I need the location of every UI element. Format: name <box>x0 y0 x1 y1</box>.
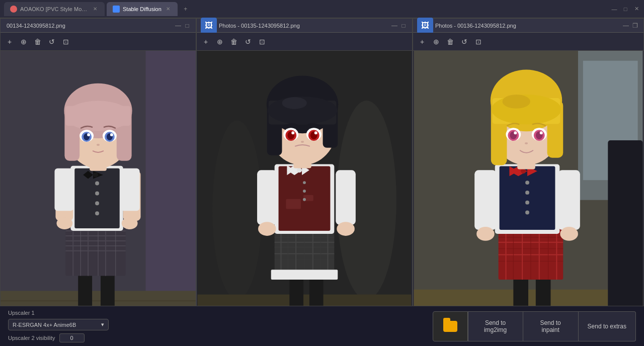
browser-minimize-button[interactable]: — <box>611 6 618 13</box>
send-inpaint-label: Send toinpaint <box>540 319 560 333</box>
svg-point-138 <box>476 227 495 241</box>
send-inpaint-button[interactable]: Send toinpaint <box>523 311 579 341</box>
new-tab-button[interactable]: + <box>180 3 192 15</box>
svg-point-104 <box>301 141 304 143</box>
svg-point-95 <box>282 97 306 109</box>
tab-stable-diffusion[interactable]: Stable Diffusion ✕ <box>107 2 178 16</box>
browser-maximize-button[interactable]: □ <box>622 6 629 13</box>
upscaler1-select[interactable]: R-ESRGAN 4x+ Anime6B ▾ <box>8 319 109 330</box>
svg-point-25 <box>95 211 99 215</box>
svg-point-128 <box>525 181 529 185</box>
svg-point-29 <box>93 172 98 178</box>
panel3-minimize[interactable]: — <box>621 21 630 30</box>
send-img2img-button[interactable]: Send toimg2img <box>468 311 523 341</box>
panel3-add-icon[interactable]: + <box>417 37 427 47</box>
svg-point-35 <box>122 217 138 229</box>
upscaler-section: Upscaler 1 R-ESRGAN 4x+ Anime6B ▾ Upscal… <box>8 310 429 342</box>
panel1-zoom-icon[interactable]: ⊕ <box>19 37 29 47</box>
panel3-zoom-icon[interactable]: ⊕ <box>431 37 441 47</box>
panel1-artwork <box>1 51 196 323</box>
panel2-title: Photos - 00135-1243095812.png <box>217 23 390 29</box>
bottom-bar: Upscaler 1 R-ESRGAN 4x+ Anime6B ▾ Upscal… <box>0 306 644 346</box>
panel2-crop-icon[interactable]: ⊡ <box>257 37 267 47</box>
panel2-delete-icon[interactable]: 🗑 <box>229 37 239 47</box>
svg-point-50 <box>110 133 113 136</box>
panel3-titlebar: 🖼 Photos - 00136-1243095812.png — ❐ <box>413 19 643 33</box>
svg-point-78 <box>303 190 306 193</box>
svg-rect-21 <box>74 168 120 228</box>
panel1-crop-icon[interactable]: ⊡ <box>61 37 71 47</box>
panel3-toolbar: + ⊕ 🗑 ↺ ⊡ <box>413 33 643 51</box>
panel2-icon: 🖼 <box>201 18 217 34</box>
svg-point-102 <box>291 131 294 134</box>
panel1-delete-icon[interactable]: 🗑 <box>33 37 43 47</box>
upscaler2-row: Upscaler 2 visibility 0 <box>8 333 429 342</box>
panel1-rotate-icon[interactable]: ↺ <box>47 37 57 47</box>
panel3-image-area <box>413 51 643 323</box>
panel3-restore[interactable]: ❐ <box>630 21 639 30</box>
svg-rect-136 <box>474 170 497 230</box>
window-controls: — □ ✕ <box>611 6 640 13</box>
svg-rect-2 <box>145 51 195 323</box>
action-buttons: Send toimg2img Send toinpaint Send to ex… <box>433 311 636 341</box>
panel2-minimize[interactable]: — <box>390 21 399 30</box>
tab-aoaoko[interactable]: AOAOKO [PVC Style Model] - PV... ✕ <box>4 2 105 16</box>
svg-point-130 <box>525 201 529 205</box>
svg-point-154 <box>514 131 517 134</box>
svg-point-49 <box>87 133 90 136</box>
svg-point-139 <box>560 227 578 241</box>
panel1-titlebar: 00134-1243095812.png — □ <box>1 19 196 33</box>
svg-rect-32 <box>54 168 73 211</box>
upscaler2-label: Upscaler 2 visibility <box>8 335 55 341</box>
svg-point-34 <box>56 217 72 229</box>
upscaler2-visibility-input[interactable]: 0 <box>59 333 85 342</box>
svg-rect-42 <box>65 106 130 126</box>
svg-point-155 <box>540 131 543 134</box>
tab2-close[interactable]: ✕ <box>165 6 172 13</box>
panel3-rotate-icon[interactable]: ↺ <box>459 37 469 47</box>
panel2-rotate-icon[interactable]: ↺ <box>243 37 253 47</box>
panel2-add-icon[interactable]: + <box>201 37 211 47</box>
svg-point-87 <box>337 222 355 236</box>
tab-bar: AOAOKO [PVC Style Model] - PV... ✕ Stabl… <box>4 2 611 16</box>
panel2-toolbar: + ⊕ 🗑 ↺ ⊡ <box>197 33 412 51</box>
panel1-title: 00134-1243095812.png <box>5 23 174 29</box>
panel3-delete-icon[interactable]: 🗑 <box>445 37 455 47</box>
panel1-toolbar: + ⊕ 🗑 ↺ ⊡ <box>1 33 196 51</box>
svg-point-79 <box>303 198 306 201</box>
tab2-title: Stable Diffusion <box>123 6 162 12</box>
folder-button[interactable] <box>433 311 468 341</box>
svg-point-103 <box>314 131 317 134</box>
panel2-image-area <box>197 51 412 323</box>
panel2-close[interactable]: □ <box>399 21 408 30</box>
svg-point-54 <box>212 120 262 299</box>
folder-icon <box>443 321 457 332</box>
svg-point-77 <box>303 181 306 184</box>
upscaler1-label: Upscaler 1 <box>8 310 429 316</box>
browser-chrome: AOAOKO [PVC Style Model] - PV... ✕ Stabl… <box>0 0 644 18</box>
send-img2img-label: Send toimg2img <box>484 319 507 333</box>
panel3-icon: 🖼 <box>417 18 433 34</box>
svg-point-24 <box>95 201 99 205</box>
panel3-crop-icon[interactable]: ⊡ <box>473 37 484 47</box>
svg-rect-72 <box>271 270 338 280</box>
browser-close-button[interactable]: ✕ <box>633 6 640 13</box>
tab1-close[interactable]: ✕ <box>92 6 99 13</box>
image-panel-1: 00134-1243095812.png — □ + ⊕ 🗑 ↺ ⊡ <box>0 18 196 324</box>
panel1-add-icon[interactable]: + <box>5 37 15 47</box>
panel1-minimize[interactable]: — <box>174 21 183 30</box>
main-area: 00134-1243095812.png — □ + ⊕ 🗑 ↺ ⊡ <box>0 18 644 346</box>
panel1-maximize[interactable]: □ <box>183 21 192 30</box>
svg-point-129 <box>525 191 529 195</box>
panel2-zoom-icon[interactable]: ⊕ <box>215 37 225 47</box>
svg-rect-109 <box>608 140 642 323</box>
upscaler1-value: R-ESRGAN 4x+ Anime6B <box>13 322 76 328</box>
svg-rect-137 <box>558 170 580 230</box>
image-panel-3: 🖼 Photos - 00136-1243095812.png — ❐ + ⊕ … <box>413 18 644 324</box>
svg-point-51 <box>97 144 100 146</box>
panel3-title: Photos - 00136-1243095812.png <box>433 23 621 29</box>
svg-rect-85 <box>336 170 356 225</box>
send-extras-button[interactable]: Send to extras <box>579 311 636 341</box>
svg-rect-33 <box>121 168 140 211</box>
svg-point-22 <box>95 182 99 186</box>
